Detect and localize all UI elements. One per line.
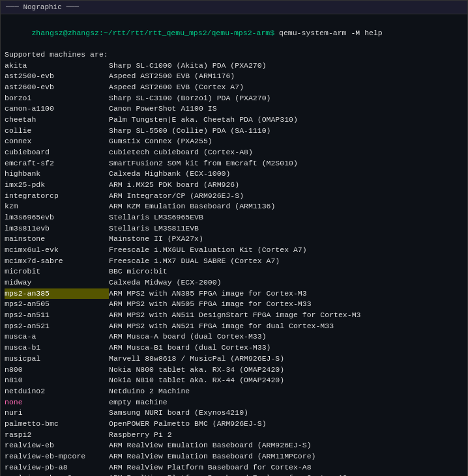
machine-description: Marvell 88w8618 / MusicPal (ARM926EJ-S) (109, 354, 284, 365)
machine-row: collie Sharp SL-5500 (Collie) PDA (SA-11… (5, 126, 463, 137)
machine-name: lm3s811evb (5, 223, 109, 234)
machine-name: mps2-an385 (5, 288, 109, 300)
machine-name: canon-a1100 (5, 104, 109, 115)
machine-row: mps2-an521 ARM MPS2 with AN521 FPGA imag… (5, 321, 463, 332)
machine-row: realview-eb-mpcore ARM RealView Emulatio… (5, 451, 463, 462)
machine-name: mcimx7d-sabre (5, 256, 109, 267)
machine-name: ast2500-evb (5, 71, 109, 82)
machine-name: cheetah (5, 115, 109, 126)
terminal-body[interactable]: zhangsz@zhangsz:~/rtt/rtt/rtt_qemu_mps2/… (1, 14, 467, 476)
machine-row: realview-pb-a8 ARM RealView Platform Bas… (5, 462, 463, 473)
machine-description: ARM i.MX25 PDK board (ARM926) (109, 180, 239, 191)
machine-row: lm3s811evb Stellaris LM3S811EVB (5, 223, 463, 234)
machine-row: mcimx6ul-evk Freescale i.MX6UL Evaluatio… (5, 245, 463, 256)
machine-description: cubietech cubieboard (Cortex-A8) (109, 147, 253, 158)
prompt-user: zhangsz@zhangsz:~/rtt/rtt/rtt_qemu_mps2/… (31, 29, 274, 37)
machine-description: Sharp SL-C3100 (Borzoi) PDA (PXA270) (109, 93, 271, 104)
machine-description: Calxeda Highbank (ECX-1000) (109, 169, 230, 180)
machines-header: Supported machines are: (5, 49, 463, 61)
machine-row: kzm ARM KZM Emulation Baseboard (ARM1136… (5, 201, 463, 212)
machine-name: n800 (5, 365, 109, 376)
prompt-text: zhangsz@zhangsz:~/rtt/rtt/rtt_qemu_mps2/… (31, 29, 382, 37)
machine-description: ARM KZM Emulation Baseboard (ARM1136) (109, 201, 275, 212)
machine-description: Raspberry Pi 2 (109, 430, 172, 441)
terminal-title: ─── Nographic ─── (6, 3, 79, 11)
machine-row: mainstone Mainstone II (PXA27x) (5, 234, 463, 245)
machine-row: cubieboard cubietech cubieboard (Cortex-… (5, 147, 463, 158)
machine-description: Netduino 2 Machine (109, 386, 190, 397)
machine-row: realview-eb ARM RealView Emulation Baseb… (5, 440, 463, 451)
machine-description: SmartFusion2 SOM kit from Emcraft (M2S01… (109, 158, 298, 169)
machine-description: ARM RealView Emulation Baseboard (ARM926… (109, 440, 312, 451)
machine-description: ARM MPS2 with AN385 FPGA image for Corte… (109, 288, 307, 300)
machine-description: Sharp SL-C1000 (Akita) PDA (PXA270) (109, 61, 267, 72)
machine-name: borzoi (5, 93, 109, 104)
machine-description: ARM Integrator/CP (ARM926EJ-S) (109, 191, 244, 202)
machine-row: musca-b1 ARM Musca-B1 board (dual Cortex… (5, 343, 463, 354)
machine-name: highbank (5, 169, 109, 180)
terminal-titlebar: ─── Nographic ─── (1, 1, 467, 14)
machine-name: palmetto-bmc (5, 419, 109, 430)
machine-name: ast2600-evb (5, 82, 109, 93)
machine-name: netduino2 (5, 386, 109, 397)
machine-name: emcraft-sf2 (5, 158, 109, 169)
terminal-window: ─── Nographic ─── zhangsz@zhangsz:~/rtt/… (0, 0, 468, 476)
machine-row: palmetto-bmc OpenPOWER Palmetto BMC (ARM… (5, 419, 463, 430)
machine-row: musicpal Marvell 88w8618 / MusicPal (ARM… (5, 354, 463, 365)
machine-description: Freescale i.MX6UL Evaluation Kit (Cortex… (109, 245, 307, 256)
machine-name: mcimx6ul-evk (5, 245, 109, 256)
machine-row: mps2-an505 ARM MPS2 with AN505 FPGA imag… (5, 299, 463, 310)
machine-description: BBC micro:bit (109, 266, 168, 277)
machine-row: ast2600-evb Aspeed AST2600 EVB (Cortex A… (5, 82, 463, 93)
machine-description: ARM Musca-B1 board (dual Cortex-M33) (109, 343, 271, 354)
machine-row: mcimx7d-sabre Freescale i.MX7 DUAL SABRE… (5, 256, 463, 267)
machine-description: ARM RealView Emulation Baseboard (ARM11M… (109, 451, 315, 462)
machine-row: n810 Nokia N810 tablet aka. RX-44 (OMAP2… (5, 375, 463, 386)
machine-name: kzm (5, 201, 109, 212)
machine-row: lm3s6965evb Stellaris LM3S6965EVB (5, 212, 463, 223)
machine-description: Palm Tungsten|E aka. Cheetah PDA (OMAP31… (109, 115, 298, 126)
machine-description: Calxeda Midway (ECX-2000) (109, 277, 222, 288)
machine-name: akita (5, 61, 109, 72)
machine-row: raspi2 Raspberry Pi 2 (5, 430, 463, 441)
machine-row: nuri Samsung NURI board (Exynos4210) (5, 408, 463, 419)
machine-description: ARM MPS2 with AN511 DesignStart FPGA ima… (109, 310, 360, 321)
machine-name: musicpal (5, 354, 109, 365)
machine-row: microbit BBC micro:bit (5, 266, 463, 277)
command-args: help (360, 29, 383, 37)
machine-name: mps2-an511 (5, 310, 109, 321)
machine-description: Gumstix Connex (PXA255) (109, 136, 212, 147)
machine-name: midway (5, 277, 109, 288)
machine-row: musca-a ARM Musca-A board (dual Cortex-M… (5, 331, 463, 343)
machine-description: Nokia N810 tablet aka. RX-44 (OMAP2420) (109, 375, 284, 386)
machine-description: Aspeed AST2600 EVB (Cortex A7) (109, 82, 244, 93)
machine-name: realview-eb (5, 440, 109, 451)
machine-description: ARM RealView Platform Baseboard Explore … (109, 473, 347, 476)
flag-m: -M (351, 29, 360, 37)
machine-row: emcraft-sf2 SmartFusion2 SOM kit from Em… (5, 158, 463, 169)
machine-description: ARM Musca-A board (dual Cortex-M33) (109, 331, 267, 343)
machine-list: akita Sharp SL-C1000 (Akita) PDA (PXA270… (5, 61, 463, 476)
machine-name: nuri (5, 408, 109, 419)
machine-description: Canon PowerShot A1100 IS (109, 104, 217, 115)
machine-name: integratorcp (5, 191, 109, 202)
machine-description: ARM RealView Platform Baseboard for Cort… (109, 462, 312, 473)
machine-row: netduino2 Netduino 2 Machine (5, 386, 463, 397)
machine-row: realview-pbx-a9 ARM RealView Platform Ba… (5, 473, 463, 476)
machine-name: mps2-an505 (5, 299, 109, 310)
machine-name: realview-pb-a8 (5, 462, 109, 473)
machine-name: microbit (5, 266, 109, 277)
machine-row: highbank Calxeda Highbank (ECX-1000) (5, 169, 463, 180)
machine-description: Stellaris LM3S811EVB (109, 223, 199, 234)
command-text: qemu-system-arm (274, 29, 351, 37)
machine-row: midway Calxeda Midway (ECX-2000) (5, 277, 463, 288)
machine-row: akita Sharp SL-C1000 (Akita) PDA (PXA270… (5, 61, 463, 72)
machine-description: Freescale i.MX7 DUAL SABRE (Cortex A7) (109, 256, 280, 267)
machine-row: borzoi Sharp SL-C3100 (Borzoi) PDA (PXA2… (5, 93, 463, 104)
machine-description: Samsung NURI board (Exynos4210) (109, 408, 248, 419)
machine-description: Sharp SL-5500 (Collie) PDA (SA-1110) (109, 126, 271, 137)
machine-description: OpenPOWER Palmetto BMC (ARM926EJ-S) (109, 419, 267, 430)
machine-name: collie (5, 126, 109, 137)
machine-name: raspi2 (5, 430, 109, 441)
machine-row: ast2500-evb Aspeed AST2500 EVB (ARM1176) (5, 71, 463, 82)
